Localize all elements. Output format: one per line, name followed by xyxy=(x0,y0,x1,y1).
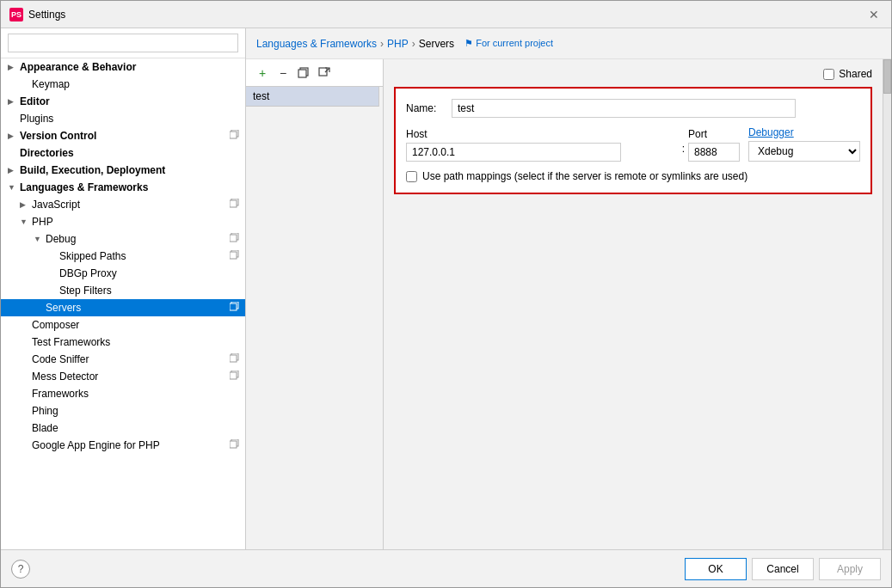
sidebar-item-composer[interactable]: Composer xyxy=(1,316,245,334)
sidebar-item-google-app-engine[interactable]: Google App Engine for PHP xyxy=(1,437,245,454)
sidebar-item-frameworks[interactable]: Frameworks xyxy=(1,385,245,402)
tree-container: ▶Appearance & BehaviorKeymap▶EditorPlugi… xyxy=(1,58,245,549)
svg-rect-11 xyxy=(230,355,237,362)
breadcrumb-lang-frameworks[interactable]: Languages & Frameworks xyxy=(256,38,377,50)
tree-label-dbgp-proxy: DBGp Proxy xyxy=(59,267,240,279)
tree-label-appearance: Appearance & Behavior xyxy=(20,61,240,73)
svg-rect-1 xyxy=(230,132,237,138)
sidebar-item-editor[interactable]: ▶Editor xyxy=(1,93,245,110)
tree-label-plugins: Plugins xyxy=(20,113,240,125)
sidebar-item-lang-frameworks[interactable]: ▼Languages & Frameworks xyxy=(1,179,245,196)
scrollbar-thumb[interactable] xyxy=(883,59,891,94)
sidebar-item-blade[interactable]: Blade xyxy=(1,420,245,437)
sidebar-item-directories[interactable]: Directories xyxy=(1,144,245,162)
title-bar-left: PS Settings xyxy=(9,8,65,21)
window-title: Settings xyxy=(28,9,65,21)
main-content: ▶Appearance & BehaviorKeymap▶EditorPlugi… xyxy=(1,28,891,549)
tree-label-blade: Blade xyxy=(32,422,240,434)
sidebar-item-version-control[interactable]: ▶Version Control xyxy=(1,127,245,144)
tree-label-test-frameworks: Test Frameworks xyxy=(32,336,240,348)
tree-label-javascript: JavaScript xyxy=(32,199,226,211)
copy-icon-code-sniffer xyxy=(230,353,240,365)
sidebar-item-phing[interactable]: Phing xyxy=(1,402,245,420)
name-label: Name: xyxy=(406,102,445,114)
tree-label-mess-detector: Mess Detector xyxy=(32,371,226,383)
tree-arrow-editor: ▶ xyxy=(8,97,20,106)
debugger-col: Debugger Xdebug Zend Debugger xyxy=(748,126,860,162)
svg-rect-15 xyxy=(230,441,237,448)
name-input[interactable] xyxy=(452,99,796,118)
sidebar-item-servers[interactable]: Servers xyxy=(1,299,245,316)
tree-arrow-lang-frameworks: ▼ xyxy=(8,183,20,192)
breadcrumb-sep2: › xyxy=(412,38,415,50)
app-icon: PS xyxy=(9,8,23,21)
tree-label-composer: Composer xyxy=(32,319,240,331)
breadcrumb-php[interactable]: PHP xyxy=(387,38,409,50)
sidebar-item-step-filters[interactable]: Step Filters xyxy=(1,282,245,299)
sidebar-item-skipped-paths[interactable]: Skipped Paths xyxy=(1,248,245,265)
bottom-bar: ? OK Cancel Apply xyxy=(1,549,891,587)
search-input[interactable] xyxy=(8,34,238,52)
host-label: Host xyxy=(406,128,679,140)
tree-label-skipped-paths: Skipped Paths xyxy=(59,250,226,262)
sidebar-item-plugins[interactable]: Plugins xyxy=(1,110,245,127)
tree-arrow-appearance: ▶ xyxy=(8,63,20,71)
path-mappings-checkbox[interactable] xyxy=(406,171,417,182)
copy-icon-skipped-paths xyxy=(230,250,240,262)
remove-server-button[interactable]: − xyxy=(274,64,292,83)
port-col: Port xyxy=(688,128,740,162)
sidebar-item-keymap[interactable]: Keymap xyxy=(1,76,245,93)
copy-server-button[interactable] xyxy=(294,64,313,83)
shared-checkbox[interactable] xyxy=(823,69,834,80)
copy-icon-servers xyxy=(230,302,240,314)
detail-form-box: Name: Host : Port xyxy=(394,87,872,194)
sidebar-item-dbgp-proxy[interactable]: DBGp Proxy xyxy=(1,265,245,282)
server-list-item[interactable]: test xyxy=(246,87,378,107)
tree-arrow-debug: ▼ xyxy=(34,235,46,243)
right-scrollbar[interactable] xyxy=(883,59,891,549)
help-button[interactable]: ? xyxy=(11,560,30,579)
debugger-select[interactable]: Xdebug Zend Debugger xyxy=(748,141,860,162)
tree-label-version-control: Version Control xyxy=(20,130,226,142)
shared-label: Shared xyxy=(839,68,872,80)
tree-label-phing: Phing xyxy=(32,405,240,417)
svg-rect-13 xyxy=(230,372,237,379)
host-port-debugger-row: Host : Port Debugger Xdeb xyxy=(406,126,860,162)
sidebar-item-build[interactable]: ▶Build, Execution, Deployment xyxy=(1,162,245,179)
title-bar: PS Settings ✕ xyxy=(1,1,891,28)
tree-arrow-version-control: ▶ xyxy=(8,132,20,140)
svg-rect-17 xyxy=(298,70,306,77)
tree-arrow-php: ▼ xyxy=(20,217,32,226)
breadcrumb-servers: Servers xyxy=(419,38,454,50)
copy-icon xyxy=(298,67,310,79)
tree-label-code-sniffer: Code Sniffer xyxy=(32,353,226,365)
sidebar-item-appearance[interactable]: ▶Appearance & Behavior xyxy=(1,58,245,76)
search-box xyxy=(1,28,245,58)
port-input[interactable] xyxy=(688,143,740,162)
settings-window: PS Settings ✕ ▶Appearance & BehaviorKeym… xyxy=(0,0,892,588)
cancel-button[interactable]: Cancel xyxy=(752,558,814,580)
svg-rect-3 xyxy=(230,200,237,207)
host-input[interactable] xyxy=(406,143,621,162)
move-server-button[interactable] xyxy=(315,64,334,83)
sidebar-item-mess-detector[interactable]: Mess Detector xyxy=(1,368,245,385)
bottom-left: ? xyxy=(11,560,30,579)
sidebar-item-code-sniffer[interactable]: Code Sniffer xyxy=(1,351,245,368)
sidebar-item-debug[interactable]: ▼Debug xyxy=(1,230,245,248)
copy-icon-debug xyxy=(230,233,240,245)
close-button[interactable]: ✕ xyxy=(865,6,883,23)
ok-button[interactable]: OK xyxy=(685,558,747,580)
server-detail-area: Shared Name: Host xyxy=(384,59,883,549)
sidebar-item-php[interactable]: ▼PHP xyxy=(1,213,245,230)
project-badge[interactable]: ⚑ For current project xyxy=(464,38,553,49)
add-server-button[interactable]: + xyxy=(253,64,272,83)
apply-button[interactable]: Apply xyxy=(819,558,881,580)
move-icon xyxy=(318,67,330,79)
sidebar-item-test-frameworks[interactable]: Test Frameworks xyxy=(1,334,245,351)
tree-label-directories: Directories xyxy=(20,147,240,159)
tree-label-frameworks: Frameworks xyxy=(32,388,240,400)
debugger-label[interactable]: Debugger xyxy=(748,126,860,138)
sidebar-item-javascript[interactable]: ▶JavaScript xyxy=(1,196,245,213)
tree-label-google-app-engine: Google App Engine for PHP xyxy=(32,439,226,451)
path-mappings-row: Use path mappings (select if the server … xyxy=(406,170,860,182)
